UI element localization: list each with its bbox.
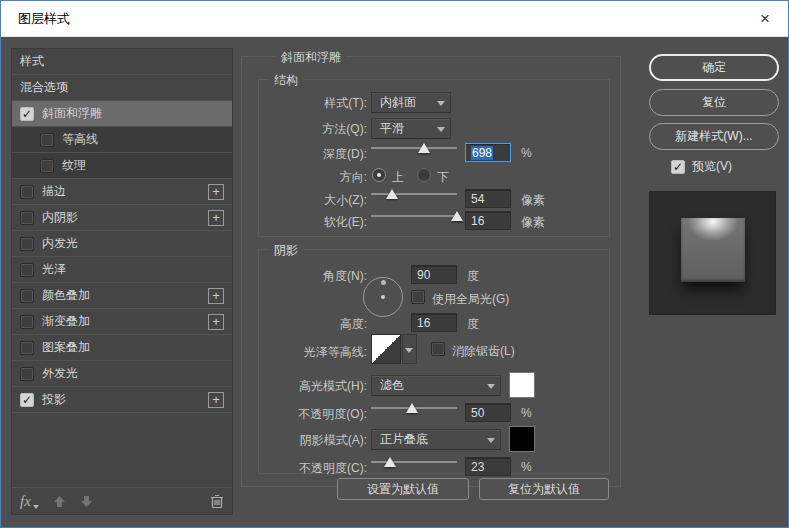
soften-label: 软化(E): bbox=[259, 214, 367, 231]
checkbox-checked-icon[interactable]: ✓ bbox=[671, 160, 685, 174]
move-down-icon[interactable] bbox=[80, 495, 93, 508]
add-effect-icon[interactable]: + bbox=[208, 392, 224, 408]
altitude-input[interactable]: 16 bbox=[411, 313, 457, 332]
shadow-color-swatch[interactable] bbox=[509, 426, 535, 452]
checkbox-unchecked-icon[interactable] bbox=[20, 289, 34, 303]
checkbox-unchecked-icon[interactable] bbox=[20, 341, 34, 355]
size-input[interactable]: 54 bbox=[465, 189, 511, 208]
sidebar-item-styles[interactable]: 样式 bbox=[12, 49, 232, 75]
checkbox-checked-icon[interactable]: ✓ bbox=[20, 107, 34, 121]
sidebar-item-label: 纹理 bbox=[62, 157, 86, 174]
preview-toggle[interactable]: ✓ 预览(V) bbox=[671, 158, 732, 175]
sidebar-item-color-overlay[interactable]: 颜色叠加 + bbox=[12, 283, 232, 309]
gloss-contour-label: 光泽等高线: bbox=[259, 344, 367, 361]
structure-legend: 结构 bbox=[269, 72, 303, 89]
delete-effect-icon[interactable] bbox=[210, 494, 224, 509]
title-bar[interactable]: 图层样式 × bbox=[1, 1, 788, 37]
checkbox-unchecked-icon[interactable] bbox=[20, 367, 34, 381]
checkbox-unchecked-icon[interactable] bbox=[20, 263, 34, 277]
slider-thumb-icon[interactable] bbox=[418, 143, 430, 153]
sidebar-item-pattern-overlay[interactable]: 图案叠加 bbox=[12, 335, 232, 361]
depth-slider[interactable] bbox=[371, 142, 457, 156]
sidebar-item-label: 内发光 bbox=[42, 235, 78, 252]
reset-default-button[interactable]: 复位为默认值 bbox=[479, 478, 609, 500]
shadow-opacity-label: 不透明度(C): bbox=[259, 460, 367, 477]
angle-input[interactable]: 90 bbox=[411, 265, 457, 284]
checkbox-unchecked-icon[interactable] bbox=[20, 211, 34, 225]
use-global-light-checkbox[interactable] bbox=[411, 290, 425, 304]
sidebar-item-contour[interactable]: 等高线 bbox=[12, 127, 232, 153]
checkbox-unchecked-icon[interactable] bbox=[20, 237, 34, 251]
shading-legend: 阴影 bbox=[269, 242, 303, 259]
slider-thumb-icon[interactable] bbox=[451, 211, 463, 221]
direction-up-radio[interactable] bbox=[372, 168, 386, 182]
anti-aliased-label: 消除锯齿(L) bbox=[452, 343, 515, 360]
sidebar-item-blending-options[interactable]: 混合选项 bbox=[12, 75, 232, 101]
sidebar-item-drop-shadow[interactable]: ✓ 投影 + bbox=[12, 387, 232, 413]
size-label: 大小(Z): bbox=[259, 192, 367, 209]
add-effect-icon[interactable]: + bbox=[208, 314, 224, 330]
checkbox-unchecked-icon[interactable] bbox=[20, 185, 34, 199]
chevron-down-icon bbox=[487, 384, 495, 389]
checkbox-unchecked-icon[interactable] bbox=[20, 315, 34, 329]
technique-dropdown[interactable]: 平滑 bbox=[371, 118, 451, 139]
highlight-opacity-slider[interactable] bbox=[371, 402, 457, 416]
gloss-contour-thumbnail[interactable] bbox=[371, 334, 401, 364]
move-up-icon[interactable] bbox=[53, 495, 66, 508]
chevron-down-icon bbox=[487, 438, 495, 443]
sidebar-item-gradient-overlay[interactable]: 渐变叠加 + bbox=[12, 309, 232, 335]
slider-thumb-icon[interactable] bbox=[386, 189, 398, 199]
direction-up-label: 上 bbox=[392, 169, 404, 186]
checkbox-unchecked-icon[interactable] bbox=[40, 133, 54, 147]
chevron-down-icon bbox=[405, 348, 413, 353]
sidebar-item-label: 光泽 bbox=[42, 261, 66, 278]
angle-dial[interactable] bbox=[363, 277, 403, 317]
sidebar-item-label: 渐变叠加 bbox=[42, 313, 90, 330]
sidebar-item-inner-shadow[interactable]: 内阴影 + bbox=[12, 205, 232, 231]
add-effect-icon[interactable]: + bbox=[208, 184, 224, 200]
style-dropdown[interactable]: 内斜面 bbox=[371, 92, 451, 113]
ok-button[interactable]: 确定 bbox=[649, 54, 779, 81]
shadow-mode-dropdown[interactable]: 正片叠底 bbox=[371, 429, 501, 450]
shadow-opacity-slider[interactable] bbox=[371, 456, 457, 470]
sidebar-item-texture[interactable]: 纹理 bbox=[12, 153, 232, 179]
add-effect-icon[interactable]: + bbox=[208, 288, 224, 304]
highlight-mode-dropdown[interactable]: 滤色 bbox=[371, 375, 501, 396]
sidebar-item-label: 等高线 bbox=[62, 131, 98, 148]
chevron-down-icon bbox=[437, 127, 445, 132]
highlight-color-swatch[interactable] bbox=[509, 372, 535, 398]
reset-button[interactable]: 复位 bbox=[649, 89, 779, 116]
highlight-mode-label: 高光模式(H): bbox=[259, 378, 367, 395]
sidebar-item-inner-glow[interactable]: 内发光 bbox=[12, 231, 232, 257]
depth-input[interactable]: 698 bbox=[465, 143, 511, 162]
depth-unit: % bbox=[521, 146, 532, 160]
shadow-opacity-input[interactable]: 23 bbox=[465, 457, 511, 476]
altitude-label: 高度: bbox=[259, 316, 367, 333]
slider-thumb-icon[interactable] bbox=[406, 403, 418, 413]
fx-menu-icon[interactable]: fx bbox=[20, 493, 39, 509]
angle-indicator-icon bbox=[381, 280, 386, 285]
highlight-opacity-input[interactable]: 50 bbox=[465, 403, 511, 422]
technique-label: 方法(Q): bbox=[259, 121, 367, 138]
size-slider[interactable] bbox=[371, 188, 457, 202]
direction-down-radio[interactable] bbox=[417, 168, 431, 182]
anti-aliased-checkbox[interactable] bbox=[431, 342, 445, 356]
sidebar-item-outer-glow[interactable]: 外发光 bbox=[12, 361, 232, 387]
close-icon[interactable]: × bbox=[742, 1, 788, 37]
new-style-button[interactable]: 新建样式(W)... bbox=[649, 123, 779, 150]
sidebar-item-satin[interactable]: 光泽 bbox=[12, 257, 232, 283]
soften-input[interactable]: 16 bbox=[465, 211, 511, 230]
sidebar-item-label: 图案叠加 bbox=[42, 339, 90, 356]
set-default-button[interactable]: 设置为默认值 bbox=[337, 478, 469, 500]
slider-thumb-icon[interactable] bbox=[384, 457, 396, 467]
sidebar-item-stroke[interactable]: 描边 + bbox=[12, 179, 232, 205]
checkbox-checked-icon[interactable]: ✓ bbox=[20, 393, 34, 407]
dialog-title: 图层样式 bbox=[18, 10, 70, 28]
soften-slider[interactable] bbox=[371, 210, 457, 224]
add-effect-icon[interactable]: + bbox=[208, 210, 224, 226]
checkbox-unchecked-icon[interactable] bbox=[40, 159, 54, 173]
gloss-contour-dropdown[interactable] bbox=[402, 334, 417, 364]
shadow-mode-label: 阴影模式(A): bbox=[259, 432, 367, 449]
angle-label: 角度(N): bbox=[259, 268, 367, 285]
sidebar-item-bevel-emboss[interactable]: ✓ 斜面和浮雕 bbox=[12, 101, 232, 127]
